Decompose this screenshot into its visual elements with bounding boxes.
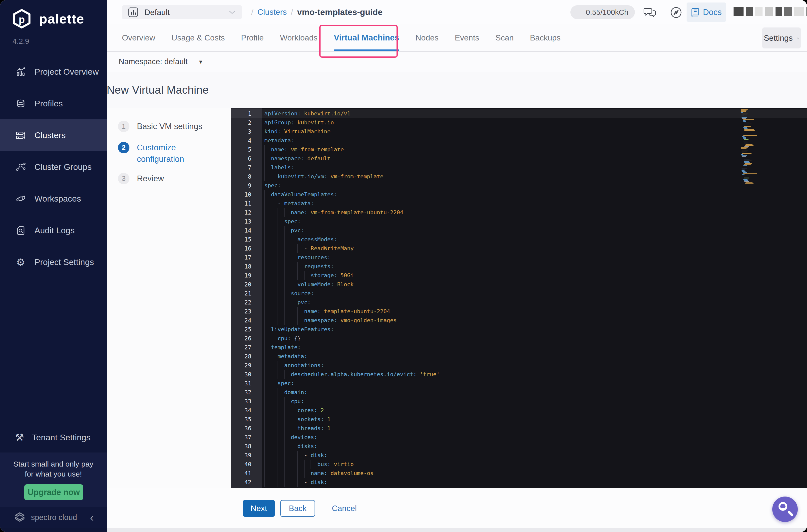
wizard-content: 1 Basic VM settings 2 Customize configur… <box>107 108 807 488</box>
code-line: 37devices: <box>231 433 807 442</box>
code-line: 16- ReadWriteMany <box>231 244 807 253</box>
code-line: 1apiVersion: kubevirt.io/v1 <box>231 109 807 118</box>
code-line: 23name: template-ubuntu-2204 <box>231 307 807 316</box>
code-line: 18requests: <box>231 262 807 271</box>
usage-badge: 0.55/100kCh <box>570 5 635 19</box>
tab-backups[interactable]: Backups <box>530 24 561 51</box>
breadcrumb-separator: / <box>291 7 293 17</box>
network-icon <box>15 162 26 173</box>
code-line: 22pvc: <box>231 298 807 307</box>
docs-button[interactable]: Docs <box>687 2 726 22</box>
code-line: 32domain: <box>231 388 807 397</box>
cancel-button[interactable]: Cancel <box>328 500 360 517</box>
server-icon <box>15 130 26 141</box>
code-line: 20volumeMode: Block <box>231 280 807 289</box>
search-fab-button[interactable] <box>772 496 798 522</box>
tab-usage-costs[interactable]: Usage & Costs <box>171 24 225 51</box>
namespace-dropdown-label[interactable]: Namespace: default <box>119 57 188 66</box>
main-area: Default / Clusters / vmo-templates-guide… <box>107 0 807 532</box>
back-button[interactable]: Back <box>280 500 315 517</box>
tab-scan[interactable]: Scan <box>495 24 514 51</box>
sidebar-item-tenant-settings[interactable]: ⚒ Tenant Settings <box>0 422 107 453</box>
step-number: 1 <box>118 121 129 132</box>
docs-button-label: Docs <box>703 7 721 17</box>
editor-code-lines: 1apiVersion: kubevirt.io/v12apiGroup: ku… <box>231 109 807 487</box>
bar-chart-icon <box>15 66 26 78</box>
breadcrumb-current-page: vmo-templates-guide <box>297 7 382 17</box>
code-line: 36threads: 1 <box>231 424 807 433</box>
next-button[interactable]: Next <box>243 500 275 517</box>
bottom-strip <box>107 528 807 532</box>
spectro-cloud-label: spectro cloud <box>31 513 77 522</box>
tabs: Overview Usage & Costs Profile Workloads… <box>122 24 561 51</box>
editor-minimap[interactable] <box>741 109 772 185</box>
upsell-text-line2: for what you use! <box>0 470 107 478</box>
tab-nodes[interactable]: Nodes <box>415 24 439 51</box>
page-header: New Virtual Machine <box>107 72 807 108</box>
sidebar-item-workspaces[interactable]: Workspaces <box>0 183 107 214</box>
code-line: 34cores: 2 <box>231 406 807 415</box>
chat-icon[interactable] <box>643 5 657 19</box>
sidebar-item-cluster-groups[interactable]: Cluster Groups <box>0 151 107 183</box>
step-customize-configuration[interactable]: 2 Customize configuration <box>118 142 219 165</box>
chevron-down-icon <box>229 10 236 14</box>
sidebar-item-label: Project Overview <box>35 67 99 77</box>
code-line: 5name: vm-from-template <box>231 145 807 154</box>
project-chart-icon <box>128 7 138 17</box>
code-line: 21source: <box>231 289 807 298</box>
code-line: 27template: <box>231 343 807 352</box>
project-selector-value: Default <box>145 8 170 17</box>
sidebar-item-project-overview[interactable]: Project Overview <box>0 56 107 88</box>
tab-virtual-machines[interactable]: Virtual Machines <box>334 24 399 51</box>
code-line: 2apiGroup: kubevirt.io <box>231 118 807 127</box>
sidebar-item-label: Clusters <box>35 130 66 140</box>
step-label: Review <box>137 173 164 184</box>
topbar: Default / Clusters / vmo-templates-guide… <box>107 0 807 24</box>
layers-icon <box>15 98 26 109</box>
sidebar-item-label: Cluster Groups <box>35 162 92 172</box>
orbit-icon <box>15 193 26 205</box>
breadcrumb-separator: / <box>251 7 254 17</box>
audit-search-icon <box>15 225 26 236</box>
breadcrumb: / Clusters / vmo-templates-guide <box>251 0 382 24</box>
step-review[interactable]: 3 Review <box>118 173 164 184</box>
code-line: 33cpu: <box>231 397 807 406</box>
sidebar-item-audit-logs[interactable]: Audit Logs <box>0 214 107 246</box>
code-line: 8kubevirt.io/vm: vm-from-template <box>231 172 807 181</box>
project-selector[interactable]: Default <box>122 5 242 19</box>
step-basic-vm-settings[interactable]: 1 Basic VM settings <box>118 121 202 132</box>
code-line: 9spec: <box>231 181 807 190</box>
tab-overview[interactable]: Overview <box>122 24 155 51</box>
sidebar-item-profiles[interactable]: Profiles <box>0 88 107 119</box>
wizard-footer: Next Back Cancel <box>107 488 807 528</box>
sidebar-item-label: Audit Logs <box>35 226 75 235</box>
code-line: 4metadata: <box>231 136 807 145</box>
sidebar-nav: Project Overview Profiles <box>0 56 107 278</box>
code-line: 42- disk: <box>231 478 807 487</box>
code-line: 19storage: 50Gi <box>231 271 807 280</box>
dropdown-caret-icon[interactable]: ▾ <box>199 58 202 66</box>
tab-events[interactable]: Events <box>455 24 479 51</box>
code-line: 41name: datavolume-os <box>231 469 807 478</box>
sidebar-footer: spectro cloud ‹ <box>0 507 107 528</box>
settings-button[interactable]: Settings <box>762 27 801 49</box>
upgrade-now-button[interactable]: Upgrade now <box>24 484 83 500</box>
chevron-left-icon[interactable]: ‹ <box>90 512 94 523</box>
page-title: New Virtual Machine <box>107 84 209 96</box>
code-line: 26cpu: {} <box>231 334 807 343</box>
editor-scrollbar[interactable] <box>800 108 800 488</box>
code-line: 7labels: <box>231 163 807 172</box>
sidebar-item-project-settings[interactable]: ⚙ Project Settings <box>0 246 107 278</box>
sidebar-item-clusters[interactable]: Clusters <box>0 119 107 151</box>
code-line: 17resources: <box>231 253 807 262</box>
tab-workloads[interactable]: Workloads <box>280 24 318 51</box>
yaml-editor[interactable]: 1apiVersion: kubevirt.io/v12apiGroup: ku… <box>231 108 807 488</box>
tab-profile[interactable]: Profile <box>241 24 264 51</box>
step-number: 3 <box>118 173 129 184</box>
palette-logo-icon: p <box>12 8 32 29</box>
upsell-text-line1: Start small and only pay <box>0 460 107 468</box>
compass-icon[interactable] <box>669 5 683 19</box>
breadcrumb-clusters-link[interactable]: Clusters <box>257 7 286 17</box>
settings-button-label: Settings <box>764 34 793 43</box>
step-label: Customize configuration <box>137 142 219 165</box>
